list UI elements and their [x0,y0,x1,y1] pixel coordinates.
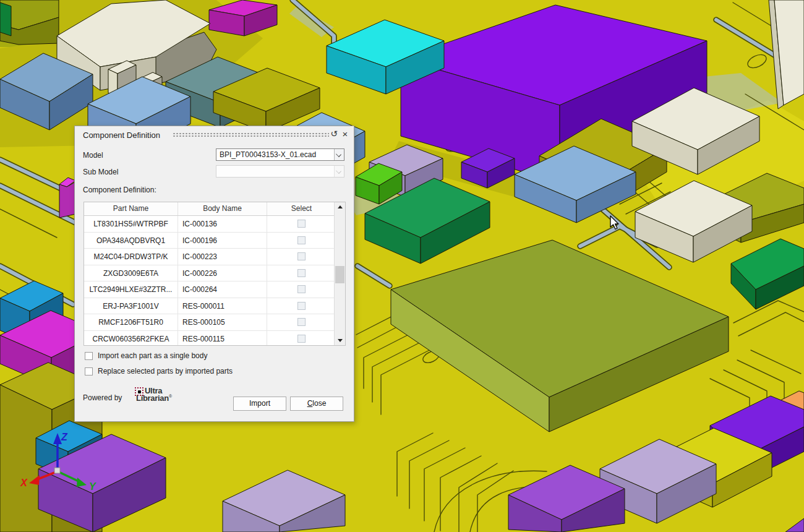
table-row[interactable]: M24C04-DRDW3TP/K IC-000223 [84,249,336,265]
table-row[interactable]: OPA348AQDBVRQ1 IC-000196 [84,233,336,249]
refresh-icon[interactable]: ↺ [329,129,339,139]
chevron-down-icon [336,152,341,157]
row-select-checkbox[interactable] [297,302,306,310]
body-name-cell: IC-000196 [178,233,267,249]
axis-x-label: X [20,478,28,488]
part-name-cell: LT8301HS5#WTRPBF [84,216,178,232]
part-name-cell: ZXGD3009E6TA [84,265,178,281]
row-select-checkbox[interactable] [297,335,306,343]
row-select-checkbox[interactable] [297,220,306,228]
powered-by-label: Powered by [83,393,122,402]
select-cell [267,216,336,232]
part-name-cell: CRCW060356R2FKEA [84,331,178,346]
mouse-cursor [610,215,621,231]
part-name-cell: M24C04-DRDW3TP/K [84,249,178,265]
scrollbar-up-arrow-icon[interactable] [335,202,345,212]
option-single-body[interactable]: Import each part as a single body [85,351,207,360]
model-label: Model [83,151,103,160]
body-name-cell: RES-000115 [178,331,267,346]
component-definition-dialog: Component Definition ↺ × Model BPI_PT000… [74,126,354,422]
body-name-cell: IC-000264 [178,281,267,298]
part-name-cell: OPA348AQDBVRQ1 [84,233,178,249]
part-name-cell: RMCF1206FT51R0 [84,314,178,330]
ultra-librarian-logo: Ultra Librarian® [135,385,203,408]
part-name-cell: ERJ-PA3F1001V [84,298,178,314]
logo-line2: Librarian® [136,393,172,403]
table-scrollbar[interactable] [334,202,345,345]
registered-mark: ® [169,394,172,398]
option-replace-parts[interactable]: Replace selected parts by imported parts [85,367,233,375]
table-row[interactable]: CRCW060356R2FKEA RES-000115 [84,331,336,346]
import-button[interactable]: Import [233,397,286,411]
select-cell [267,314,336,330]
chevron-down-icon [336,168,341,174]
column-header-select[interactable]: Select [267,202,336,215]
drag-handle[interactable] [173,132,329,137]
body-name-cell: RES-000105 [178,314,267,330]
select-cell [267,331,336,346]
axis-y-label: Y [89,481,96,492]
section-label: Component Definition: [83,186,156,194]
axis-z-label: Z [61,432,68,442]
sub-model-combobox [216,165,344,178]
scrollbar-thumb[interactable] [335,266,344,283]
row-select-checkbox[interactable] [297,252,306,260]
close-icon[interactable]: × [340,129,350,139]
table-header: Part Name Body Name Select [84,202,336,216]
component-olive-corner [0,0,59,45]
single-body-label: Import each part as a single body [98,351,207,360]
part-name-cell: LTC2949HLXE#3ZZTR... [84,281,178,298]
dialog-title: Component Definition [83,131,160,140]
table-row[interactable]: RMCF1206FT51R0 RES-000105 [84,314,336,331]
column-header-part-name[interactable]: Part Name [84,202,178,215]
table-row[interactable]: ERJ-PA3F1001V RES-000011 [84,298,336,315]
body-name-cell: IC-000223 [178,249,267,265]
select-cell [267,281,336,298]
table-row[interactable]: ZXGD3009E6TA IC-000226 [84,265,336,282]
scrollbar-down-arrow-icon[interactable] [335,335,345,345]
body-name-cell: RES-000011 [178,298,267,314]
single-body-checkbox[interactable] [85,352,93,360]
row-select-checkbox[interactable] [297,269,306,277]
select-cell [267,249,336,265]
model-dropdown-button[interactable] [334,149,344,160]
sub-model-dropdown-button [334,166,344,177]
table-row[interactable]: LTC2949HLXE#3ZZTR... IC-000264 [84,281,336,298]
model-combobox[interactable]: BPI_PT00043153-X_01.ecad [216,148,344,161]
body-name-cell: IC-000136 [178,216,267,232]
application-window: Z X Y Component Definition ↺ × Model BPI… [0,0,804,532]
component-magenta-edge [59,178,75,218]
column-header-body-name[interactable]: Body Name [178,202,267,215]
row-select-checkbox[interactable] [297,318,306,326]
body-name-cell: IC-000226 [178,265,267,281]
component-table: Part Name Body Name Select LT8301HS5#WTR… [83,202,346,346]
model-value: BPI_PT00043153-X_01.ecad [216,149,334,160]
replace-parts-label: Replace selected parts by imported parts [98,367,233,375]
row-select-checkbox[interactable] [297,285,306,293]
sub-model-value [216,166,334,177]
row-select-checkbox[interactable] [297,236,306,244]
replace-parts-checkbox[interactable] [85,367,93,375]
select-cell [267,265,336,281]
table-row[interactable]: LT8301HS5#WTRPBF IC-000136 [84,216,336,233]
sub-model-label: Sub Model [83,168,118,176]
select-cell [267,298,336,314]
select-cell [267,233,336,249]
close-button[interactable]: Close [290,397,343,411]
